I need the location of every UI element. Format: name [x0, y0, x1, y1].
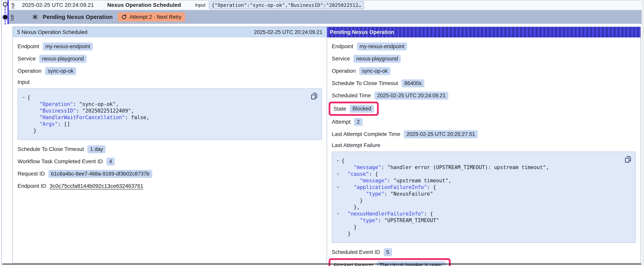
asterisk-pending-icon — [32, 14, 38, 20]
field-value: 2025-02-25 UTC 20:25:27.51 — [404, 130, 478, 138]
field-row-operation: Operationsync-op-ok — [332, 67, 636, 75]
event-id-link[interactable]: 5 — [12, 2, 14, 8]
field-label: Scheduled Time — [332, 92, 371, 99]
code-gutter — [334, 190, 342, 197]
code-text: { — [342, 157, 344, 164]
code-text: "BusinessID": "20250225122409", — [27, 107, 134, 114]
field-value: 1 day — [87, 145, 106, 153]
vertical-scrollbar[interactable] — [642, 0, 644, 266]
field-label: Service — [332, 56, 350, 62]
field-value: b1c6a4bc-8ee7-468a-9169-df3b02c8737b — [48, 170, 152, 178]
row-bottom-divider — [2, 264, 641, 264]
field-label: Attempt — [332, 119, 350, 125]
field-value: nexus-playground — [354, 55, 401, 63]
collapse-chevron-icon[interactable]: › — [336, 160, 340, 162]
scheduled-event-details-column: 5 Nexus Operation Scheduled 2025-02-25 U… — [13, 27, 327, 263]
field-label: Scheduled Event ID — [332, 249, 380, 255]
field-label: Workflow Task Completed Event ID — [18, 158, 103, 165]
attempt-retry-text: Attempt 2 · Next Retry — [130, 14, 182, 20]
code-gutter — [20, 114, 27, 121]
code-text: "HandlerWaitForCancellation": false, — [27, 114, 149, 121]
field-label: Endpoint — [332, 43, 354, 50]
field-row-workflow-task-completed-event-id: Workflow Task Completed Event ID4 — [18, 157, 322, 166]
code-line: } — [334, 197, 622, 204]
event-details-panel: 5 Nexus Operation Scheduled 2025-02-25 U… — [12, 27, 641, 263]
field-value: 2025-02-25 UTC 20:24:09.21 — [374, 92, 448, 100]
collapse-chevron-icon[interactable]: › — [22, 97, 26, 99]
field-label-input: Input — [18, 79, 322, 85]
timeline-current-dot-icon — [3, 15, 8, 19]
code-gutter — [20, 107, 27, 114]
code-text: "nexusHandlerFailureInfo": { — [342, 210, 433, 217]
field-value: 4 — [106, 158, 115, 166]
code-text: "message": "upstream timeout", — [342, 177, 452, 184]
field-value: 86400s — [402, 79, 424, 87]
field-label: Schedule To Close Timeout — [332, 80, 398, 86]
field-row-endpoint: Endpointmy-nexus-endpoint — [18, 42, 322, 51]
json-code-block-last-attempt-failure: ›{ "message": "handler error (UPSTREAM_T… — [332, 152, 636, 243]
code-line: ›{ — [20, 94, 308, 101]
collapse-chevron-icon[interactable]: › — [336, 213, 340, 215]
event-name: Nexus Operation Scheduled — [107, 2, 181, 8]
code-gutter — [20, 121, 27, 127]
field-label-last-attempt-failure: Last Attempt Failure — [332, 142, 636, 148]
attempt-retry-badge: Attempt 2 · Next Retry — [118, 13, 185, 22]
code-text: "Operation": "sync-op-ok", — [27, 101, 119, 107]
code-gutter — [20, 101, 27, 107]
code-text: }, — [342, 204, 360, 210]
field-label: Operation — [18, 68, 42, 74]
copy-icon — [624, 155, 632, 164]
field-row-service: Servicenexus-playground — [18, 54, 322, 63]
collapse-chevron-icon[interactable]: › — [336, 173, 340, 175]
code-gutter — [334, 230, 342, 237]
field-value: my-nexus-endpoint — [357, 43, 407, 51]
field-value: Blocked — [350, 105, 374, 113]
field-row-endpoint-id: Endpoint ID3c0c75ccfa8144b092c13ce632463… — [18, 182, 322, 190]
code-gutter: › — [20, 94, 27, 101]
code-line: ›{ — [334, 157, 622, 164]
copy-button[interactable] — [624, 155, 632, 164]
field-label: Endpoint — [18, 43, 39, 50]
code-line: } — [20, 127, 308, 134]
code-text: "applicationFailureInfo": { — [342, 184, 436, 190]
field-label: Operation — [332, 68, 356, 74]
event-input-preview-chip[interactable]: {"Operation":"sync-op-ok","BusinessID":"… — [209, 1, 364, 9]
code-text: "Args": [] — [27, 121, 70, 127]
code-line: } — [334, 230, 622, 237]
code-line: "type": "UPSTREAM_TIMEOUT" — [334, 217, 622, 224]
pending-details-title: Pending Nexus Operation — [330, 29, 394, 35]
field-row-request-id: Request IDb1c6a4bc-8ee7-468a-9169-df3b02… — [18, 169, 322, 178]
code-text: } — [342, 230, 351, 237]
field-value[interactable]: 3c0c75ccfa8144b092c13ce632463761 — [50, 183, 143, 189]
copy-button[interactable] — [310, 92, 318, 100]
code-gutter — [20, 127, 27, 134]
code-text: "type": "NexusFailure" — [342, 190, 433, 197]
code-gutter — [334, 204, 342, 210]
json-code-block-input: ›{ "Operation": "sync-op-ok", "BusinessI… — [18, 88, 322, 140]
pending-operation-details-column: Pending Nexus Operation Endpointmy-nexus… — [327, 27, 640, 263]
pending-details-header: Pending Nexus Operation — [327, 27, 640, 38]
collapse-chevron-icon[interactable]: › — [336, 186, 340, 188]
code-gutter: › — [334, 210, 342, 217]
code-text: } — [342, 224, 357, 230]
field-row-schedule-to-close-timeout: Schedule To Close Timeout1 day — [18, 145, 322, 153]
code-line: › "applicationFailureInfo": { — [334, 184, 622, 190]
field-row-schedule-to-close-timeout: Schedule To Close Timeout86400s — [332, 79, 636, 88]
field-row-state: StateBlocked — [332, 104, 636, 114]
event-row-nexus-operation-scheduled[interactable]: 5 2025-02-25 UTC 20:24:09.21 Nexus Opera… — [9, 1, 642, 10]
field-row-last-attempt-complete-time: Last Attempt Complete Time2025-02-25 UTC… — [332, 130, 636, 138]
code-gutter — [334, 224, 342, 230]
field-row-endpoint: Endpointmy-nexus-endpoint — [332, 42, 636, 51]
pending-nexus-operation-row[interactable]: 5 Pending Nexus Operation Attempt 2 · Ne… — [9, 10, 642, 24]
code-gutter — [334, 197, 342, 204]
code-line: }, — [334, 204, 622, 210]
field-value: my-nexus-endpoint — [43, 43, 93, 51]
code-gutter — [334, 164, 342, 171]
event-timestamp: 2025-02-25 UTC 20:24:09.21 — [22, 2, 94, 8]
scheduled-details-header: 5 Nexus Operation Scheduled 2025-02-25 U… — [13, 27, 327, 38]
code-text: "message": "handler error (UPSTREAM_TIME… — [342, 164, 549, 171]
pending-event-id-link[interactable]: 5 — [11, 14, 14, 20]
copy-icon — [310, 92, 318, 100]
code-line: "Args": [] — [20, 121, 308, 127]
field-label: Request ID — [18, 171, 45, 177]
